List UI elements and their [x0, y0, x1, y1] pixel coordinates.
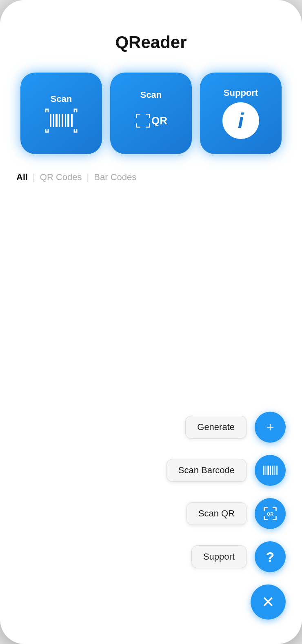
top-buttons-row: Scan: [0, 73, 302, 154]
filter-tabs: All | QR Codes | Bar Codes: [0, 170, 302, 184]
main-content: Generate + Scan Barcode: [0, 192, 302, 644]
svg-rect-2: [56, 114, 58, 127]
svg-rect-14: [276, 466, 278, 475]
barcode-fab-icon: [262, 463, 278, 478]
qr-label-text: QR: [151, 115, 167, 127]
scan-barcode-fab-button[interactable]: [255, 455, 286, 486]
divider-2: |: [87, 172, 89, 183]
question-icon: ?: [266, 549, 275, 565]
svg-rect-5: [65, 114, 66, 127]
support-fab-label[interactable]: Support: [191, 545, 246, 568]
fab-row-support: Support ?: [191, 541, 286, 572]
scan-barcode-label: Scan: [51, 94, 72, 104]
svg-rect-9: [266, 466, 266, 475]
scan-barcode-fab-label[interactable]: Scan Barcode: [167, 459, 246, 482]
divider-1: |: [33, 172, 35, 183]
phone-frame: QReader Scan: [0, 0, 302, 644]
fab-menu: Generate + Scan Barcode: [167, 412, 286, 620]
scan-qr-fab-button[interactable]: QR: [255, 498, 286, 529]
svg-rect-7: [71, 114, 73, 127]
svg-rect-4: [62, 114, 63, 127]
close-fab-button[interactable]: ✕: [251, 584, 286, 620]
app-title: QReader: [0, 33, 302, 52]
scan-qr-button[interactable]: Scan QR: [110, 73, 192, 154]
qr-icon: QR: [135, 104, 167, 137]
scan-qr-label: Scan: [140, 90, 162, 100]
fab-row-scan-barcode: Scan Barcode: [167, 455, 286, 486]
fab-row-generate: Generate +: [185, 412, 286, 443]
generate-fab-button[interactable]: +: [255, 412, 286, 443]
info-circle: i: [222, 102, 259, 139]
svg-rect-1: [53, 114, 54, 127]
svg-rect-13: [274, 466, 275, 475]
tab-qr-codes[interactable]: QR Codes: [40, 170, 82, 184]
x-icon: ✕: [262, 594, 275, 610]
svg-rect-11: [270, 466, 271, 475]
support-label: Support: [224, 88, 258, 98]
generate-label[interactable]: Generate: [185, 416, 246, 439]
info-icon: i: [238, 110, 244, 131]
support-button[interactable]: Support i: [200, 73, 282, 154]
qr-fab-icon: QR: [262, 506, 278, 521]
scan-qr-fab-label[interactable]: Scan QR: [187, 502, 246, 525]
svg-rect-0: [50, 114, 51, 127]
fab-row-scan-qr: Scan QR QR: [187, 498, 286, 529]
tab-bar-codes[interactable]: Bar Codes: [94, 170, 136, 184]
plus-icon: +: [266, 420, 274, 435]
fab-row-close: ✕: [251, 584, 286, 620]
scan-barcode-button[interactable]: Scan: [20, 73, 102, 154]
barcode-icon: [45, 108, 78, 133]
tab-all[interactable]: All: [16, 170, 28, 184]
svg-rect-8: [263, 466, 264, 475]
svg-rect-10: [267, 466, 269, 475]
svg-rect-3: [59, 114, 60, 127]
svg-rect-12: [272, 466, 273, 475]
support-fab-button[interactable]: ?: [255, 541, 286, 572]
svg-rect-6: [67, 114, 69, 127]
svg-text:QR: QR: [267, 512, 273, 516]
